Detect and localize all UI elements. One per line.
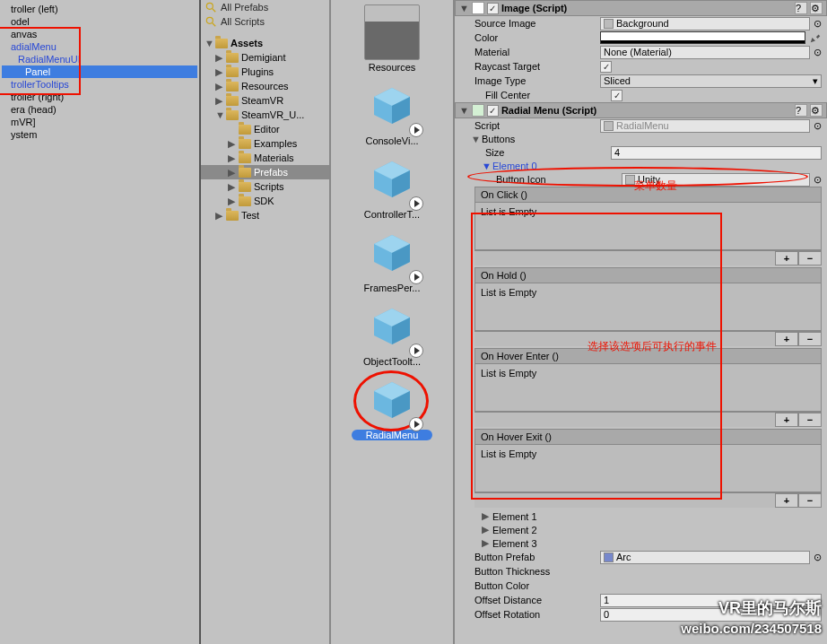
project-folder[interactable]: ▶SteamVR	[201, 93, 329, 108]
foldout-arrow[interactable]: ▶	[228, 152, 239, 164]
project-root[interactable]: ▼Assets	[201, 36, 329, 50]
foldout-arrow[interactable]: ▶	[228, 138, 239, 150]
project-folder[interactable]: ▶SDK	[201, 194, 329, 208]
add-event-button[interactable]: +	[775, 413, 798, 427]
remove-event-button[interactable]: −	[798, 493, 822, 508]
hierarchy-item[interactable]: trollerTooltips	[2, 78, 197, 91]
source-image-field[interactable]: Background	[600, 17, 810, 30]
script-field[interactable]: RadialMenu	[600, 119, 810, 133]
project-folder[interactable]: ▶Resources	[201, 79, 329, 93]
element3-foldout[interactable]: ▶Element 3	[455, 536, 827, 550]
foldout-arrow[interactable]: ▶	[228, 167, 239, 178]
foldout-arrow[interactable]: ▼	[482, 161, 492, 171]
element1-foldout[interactable]: ▶Element 1	[455, 509, 827, 523]
foldout-arrow[interactable]: ▶	[228, 196, 239, 207]
folder-label: Test	[241, 210, 259, 221]
button-prefab-field[interactable]: Arc	[600, 551, 810, 564]
hierarchy-item[interactable]: RadialMenuUI	[2, 53, 197, 65]
color-field[interactable]	[600, 31, 805, 44]
add-event-button[interactable]: +	[775, 251, 798, 265]
project-folder[interactable]: ▶Scripts	[201, 179, 329, 194]
size-field[interactable]	[611, 146, 822, 160]
asset-item[interactable]: ControllerT...	[352, 152, 432, 220]
foldout-arrow[interactable]: ▼	[459, 105, 469, 116]
asset-label: ObjectToolt...	[352, 356, 432, 367]
project-folder[interactable]: ▶Demigiant	[201, 50, 329, 65]
hierarchy-item-selected[interactable]: Panel	[2, 65, 197, 78]
prefab-thumb	[364, 299, 420, 354]
hierarchy-item[interactable]: odel	[2, 15, 197, 28]
foldout-arrow[interactable]: ▼	[205, 38, 215, 48]
eyedropper-icon[interactable]	[809, 31, 822, 44]
component-header-image[interactable]: ▼ ✓ Image (Script) ? ⚙	[455, 0, 827, 16]
project-folder[interactable]: Editor	[201, 122, 329, 136]
object-picker-icon[interactable]: ⊙	[814, 174, 822, 186]
element2-foldout[interactable]: ▶Element 2	[455, 523, 827, 536]
project-folder[interactable]: ▶Test	[201, 208, 329, 222]
event-body: List is Empty	[475, 445, 821, 492]
offset-distance-field[interactable]	[600, 594, 822, 607]
hierarchy-item[interactable]: troller (right)	[2, 91, 197, 103]
hierarchy-item[interactable]: adialMenu	[2, 40, 197, 53]
hierarchy-item[interactable]: troller (left)	[2, 3, 197, 15]
enable-checkbox[interactable]: ✓	[487, 105, 499, 117]
object-picker-icon[interactable]: ⊙	[814, 120, 822, 132]
foldout-arrow[interactable]: ▶	[228, 181, 239, 193]
component-header-radial-menu[interactable]: ▼ ✓ Radial Menu (Script) ? ⚙	[455, 102, 827, 118]
foldout-arrow[interactable]: ▶	[215, 210, 226, 222]
image-type-dropdown[interactable]: Sliced▾	[600, 74, 822, 88]
folder-thumb	[364, 4, 420, 60]
project-folder[interactable]: ▶Examples	[201, 136, 329, 151]
object-picker-icon[interactable]: ⊙	[814, 552, 822, 563]
project-folder[interactable]: ▶Plugins	[201, 65, 329, 79]
asset-item[interactable]: FramesPer...	[352, 225, 432, 293]
gear-icon[interactable]: ⚙	[810, 2, 823, 14]
filter-all-prefabs[interactable]: All Prefabs	[201, 0, 329, 14]
asset-item[interactable]: ConsoleVi...	[352, 78, 432, 146]
foldout-arrow[interactable]: ▶	[215, 95, 226, 107]
prop-label: Offset Rotation	[474, 609, 600, 620]
foldout-arrow[interactable]: ▼	[215, 109, 226, 120]
asset-item-selected[interactable]: RadialMenu	[352, 372, 432, 440]
play-badge-icon	[409, 196, 423, 211]
help-icon[interactable]: ?	[795, 104, 807, 117]
foldout-arrow[interactable]: ▼	[459, 3, 469, 13]
prop-label: Button Thickness	[474, 566, 600, 577]
hierarchy-item[interactable]: ystem	[2, 128, 197, 141]
gear-icon[interactable]: ⚙	[810, 104, 823, 117]
button-icon-field[interactable]: Unity	[622, 173, 810, 187]
hierarchy-item[interactable]: era (head)	[2, 103, 197, 116]
foldout-arrow[interactable]: ▶	[215, 66, 226, 78]
foldout-arrow[interactable]: ▶	[215, 52, 226, 64]
foldout-arrow[interactable]: ▼	[471, 134, 482, 144]
add-event-button[interactable]: +	[775, 332, 798, 346]
hierarchy-item[interactable]: mVR]	[2, 116, 197, 128]
add-event-button[interactable]: +	[775, 493, 798, 508]
foldout-arrow[interactable]: ▶	[482, 510, 492, 522]
script-icon	[604, 121, 614, 131]
remove-event-button[interactable]: −	[798, 413, 822, 427]
search-icon	[205, 1, 217, 13]
enable-checkbox[interactable]: ✓	[487, 3, 499, 14]
buttons-foldout[interactable]: ▼Buttons	[455, 133, 827, 145]
filter-all-scripts[interactable]: All Scripts	[201, 14, 329, 29]
asset-item[interactable]: ObjectToolt...	[352, 299, 432, 367]
asset-item[interactable]: Resources	[352, 4, 432, 73]
remove-event-button[interactable]: −	[798, 251, 822, 265]
project-folder-selected[interactable]: ▶Prefabs	[201, 165, 329, 179]
foldout-arrow[interactable]: ▶	[482, 537, 492, 549]
element0-foldout[interactable]: ▼Element 0	[455, 160, 827, 172]
material-field[interactable]: None (Material)	[600, 46, 810, 59]
project-folder[interactable]: ▼SteamVR_U...	[201, 108, 329, 122]
foldout-arrow[interactable]: ▶	[482, 524, 492, 535]
raycast-checkbox[interactable]: ✓	[600, 61, 612, 73]
object-picker-icon[interactable]: ⊙	[814, 47, 822, 58]
project-folder[interactable]: ▶Materials	[201, 151, 329, 165]
offset-rotation-field[interactable]	[600, 608, 822, 622]
hierarchy-item[interactable]: anvas	[2, 28, 197, 40]
remove-event-button[interactable]: −	[798, 332, 822, 346]
fill-center-checkbox[interactable]: ✓	[611, 90, 622, 101]
object-picker-icon[interactable]: ⊙	[814, 18, 822, 30]
help-icon[interactable]: ?	[795, 2, 807, 14]
foldout-arrow[interactable]: ▶	[215, 81, 226, 92]
